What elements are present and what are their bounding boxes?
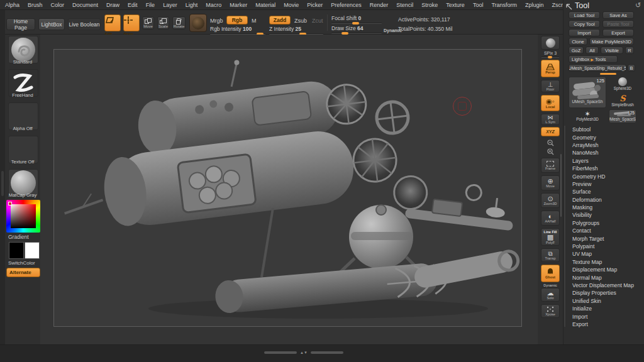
frame-button[interactable]: Frame [541, 158, 560, 173]
focal-shift-slider[interactable]: Focal Shift 0 [331, 16, 382, 25]
document-area[interactable] [53, 49, 522, 327]
menu-alpha[interactable]: Alpha [5, 2, 19, 8]
active-tool-name[interactable]: UMesh_SpaceShip_Rebuild_5 [569, 64, 626, 72]
section-fibermesh[interactable]: FiberMesh [564, 165, 644, 172]
lightbox-button[interactable]: LightBox [38, 18, 65, 30]
section-display-properties[interactable]: Display Properties [564, 289, 644, 297]
tool-badge-b[interactable]: B [628, 64, 635, 72]
section-contact[interactable]: Contact [564, 227, 644, 234]
menu-layer[interactable]: Layer [163, 2, 177, 8]
scroll-button[interactable] [541, 36, 560, 50]
xpose-button[interactable]: Xpose [541, 304, 560, 318]
section-import[interactable]: Import [564, 312, 644, 320]
section-surface[interactable]: Surface [564, 188, 644, 195]
menu-stroke[interactable]: Stroke [421, 2, 438, 8]
left-tray-edge[interactable] [0, 10, 5, 362]
save-as-button[interactable]: Save As [602, 11, 634, 19]
move-3d-button[interactable]: ⊕ Move [541, 175, 560, 190]
section-export[interactable]: Export [564, 321, 644, 328]
load-tool-button[interactable]: Load Tool [569, 11, 600, 19]
menu-document[interactable]: Document [72, 2, 98, 8]
make-polymesh3d-button[interactable]: Make PolyMesh3D [589, 38, 634, 45]
section-layers[interactable]: Layers [564, 157, 644, 165]
home-page-button[interactable]: Home Page [6, 18, 35, 30]
goz-all-button[interactable]: All [586, 47, 599, 54]
viewport-canvas[interactable] [40, 35, 538, 344]
section-normal-map[interactable]: Normal Map [564, 273, 644, 281]
menu-transform[interactable]: Transform [491, 2, 517, 8]
section-nanomesh[interactable]: NanoMesh [564, 149, 644, 156]
active-tool-thumbnail[interactable]: 125 UMesh_SpaceSh [569, 77, 606, 108]
left-tray-divider-handle[interactable] [1, 171, 4, 196]
section-texture-map[interactable]: Texture Map [564, 258, 644, 266]
zoom3d-button[interactable]: ⊙ Zoom3D [541, 193, 560, 208]
menu-stencil[interactable]: Stencil [396, 2, 413, 8]
menu-macro[interactable]: Macro [206, 2, 221, 8]
section-deformation[interactable]: Deformation [564, 196, 644, 204]
import-button[interactable]: Import [569, 29, 600, 36]
color-picker[interactable] [6, 200, 40, 233]
goz-r-button[interactable]: R [625, 47, 634, 54]
section-morph-target[interactable]: Morph Target [564, 234, 644, 242]
goz-visible-button[interactable]: Visible [601, 47, 623, 54]
section-masking[interactable]: Masking [564, 204, 644, 211]
local-button[interactable]: ◉◦ Local [541, 95, 560, 111]
zoom-in-button[interactable] [541, 148, 560, 156]
section-arraymesh[interactable]: ArrayMesh [564, 141, 644, 149]
lsym-button[interactable]: ⋈ L.Sym [541, 114, 560, 125]
move-button[interactable]: Move [142, 16, 154, 30]
tool-thumbnail-sphere3d[interactable]: Sphere3D [609, 77, 636, 92]
gradient-label[interactable]: Gradient [5, 234, 40, 240]
zoom-out-button[interactable] [541, 139, 560, 147]
menu-render[interactable]: Render [370, 2, 389, 8]
menu-edit[interactable]: Edit [128, 2, 138, 8]
tool-thumbnail-simplebrush[interactable]: S SimpleBrush [609, 93, 636, 108]
rgb-intensity-slider[interactable]: Rgb Intensity 100 [210, 26, 265, 35]
palette-arrow-icon[interactable] [565, 2, 573, 9]
mrgb-button[interactable]: Mrgb [210, 18, 223, 24]
section-preview[interactable]: Preview [564, 180, 644, 188]
m-button[interactable]: M [252, 18, 257, 24]
lightbox-tools-button[interactable]: Lightbox ▶ Tools [569, 55, 618, 63]
spix-slider[interactable] [541, 57, 559, 58]
section-vector-displacement-map[interactable]: Vector Displacement Map [564, 282, 644, 289]
section-uv-map[interactable]: UV Map [564, 250, 644, 258]
draw-size-slider[interactable]: Draw Size 64 [331, 26, 382, 35]
zsub-button[interactable]: Zsub [294, 18, 307, 24]
color-picker-sv-square[interactable] [11, 204, 36, 228]
tool-thumbnail-polymesh3d[interactable]: ✶ PolyMesh3D [569, 109, 606, 123]
menu-file[interactable]: File [146, 2, 155, 8]
menu-brush[interactable]: Brush [28, 2, 43, 8]
zadd-button[interactable]: Zadd [269, 16, 291, 25]
menu-color[interactable]: Color [51, 2, 65, 8]
menu-material[interactable]: Material [255, 2, 275, 8]
menu-zplugin[interactable]: Zplugin [525, 2, 544, 8]
z-intensity-slider[interactable]: Z Intensity 25 [269, 26, 323, 35]
scale-button[interactable]: Scale [157, 16, 169, 30]
menu-movie[interactable]: Movie [284, 2, 299, 8]
section-unified-skin[interactable]: Unified Skin [564, 297, 644, 305]
polyframe-button[interactable]: Line Fill ▩ PolyF [541, 228, 560, 246]
tool-panel-scrollbar[interactable] [564, 126, 565, 327]
menu-marker[interactable]: Marker [230, 2, 247, 8]
bottom-tray-divider-handle[interactable]: ▲▼ [264, 351, 343, 354]
rgb-button[interactable]: Rgb [226, 16, 248, 25]
spaceship-model[interactable] [54, 50, 523, 327]
menu-picker[interactable]: Picker [307, 2, 323, 8]
floor-button[interactable]: ⊥ Floor [541, 80, 560, 92]
goz-button[interactable]: GoZ [569, 47, 584, 54]
section-geometry[interactable]: Geometry [564, 133, 644, 141]
persp-button[interactable]: Persp [541, 60, 560, 77]
menu-draw[interactable]: Draw [106, 2, 119, 8]
transp-button[interactable]: ⧉ Transp [541, 248, 560, 262]
main-color-swatch[interactable] [9, 242, 24, 259]
right-shelf-scrollbar[interactable] [560, 154, 562, 217]
tool-thumbnail-umesh-small[interactable]: 125 UMesh_SpaceSh [609, 109, 636, 123]
section-visibility[interactable]: Visibility [564, 211, 644, 219]
solo-button[interactable]: ☁ Solo [541, 288, 560, 302]
xyz-button[interactable]: XYZ [541, 127, 560, 136]
switch-color-button[interactable]: SwitchColor [5, 260, 40, 266]
copy-tool-button[interactable]: Copy Tool [569, 20, 600, 28]
alternate-button[interactable]: Alternate [6, 268, 40, 277]
ghost-button[interactable]: Ghost [541, 265, 560, 282]
